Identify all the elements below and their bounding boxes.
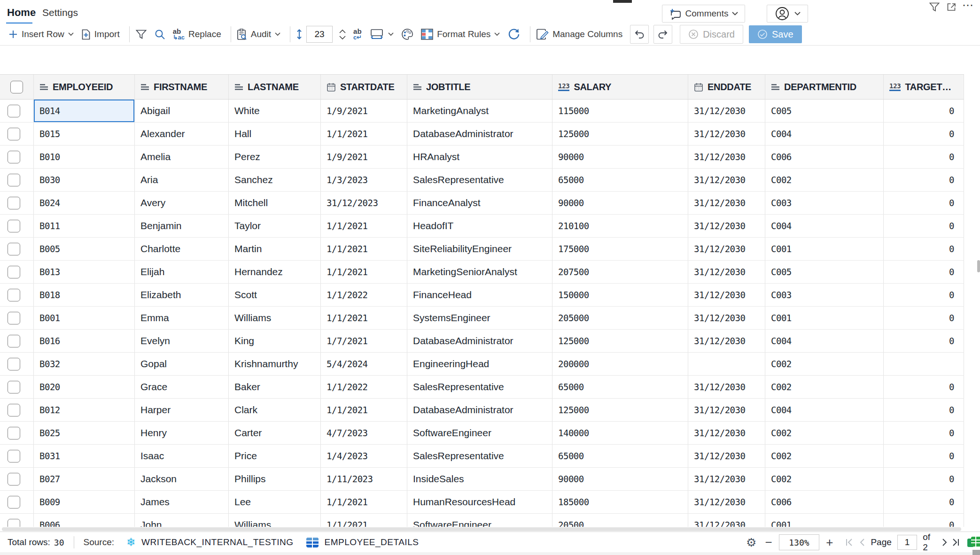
cell[interactable]: FinanceHead	[407, 284, 552, 306]
row-checkbox[interactable]	[8, 128, 20, 140]
cell[interactable]: Jackson	[135, 468, 229, 490]
cell[interactable]: Abigail	[135, 100, 229, 122]
cell[interactable]: 65000	[552, 445, 688, 467]
cell[interactable]: 150000	[552, 284, 688, 306]
cell[interactable]: FinanceAnalyst	[407, 192, 552, 214]
cell[interactable]: MarketingSeniorAnalyst	[407, 261, 552, 283]
cell[interactable]: 0	[884, 376, 964, 398]
cell[interactable]: Grace	[135, 376, 229, 398]
tab-settings[interactable]: Settings	[42, 7, 78, 18]
cell[interactable]: 1/1/2021	[321, 261, 407, 283]
cell[interactable]: 0	[884, 146, 964, 168]
connection-name[interactable]: WRITEBACK_INTERNAL_TESTING	[141, 537, 293, 547]
cell[interactable]	[884, 353, 964, 375]
cell[interactable]: 31/12/2030	[688, 100, 765, 122]
cell[interactable]: 1/1/2022	[321, 284, 407, 306]
column-header-lastname[interactable]: LASTNAME	[229, 75, 321, 99]
cell[interactable]: EngineeringHead	[407, 353, 552, 375]
cell[interactable]: 0	[884, 215, 964, 237]
cell[interactable]: Evelyn	[135, 330, 229, 352]
cell[interactable]: 90000	[552, 468, 688, 490]
cell[interactable]: 31/12/2030	[688, 330, 765, 352]
tab-home[interactable]: Home	[7, 7, 36, 19]
cell[interactable]: HeadofIT	[407, 215, 552, 237]
cell[interactable]: 5/4/2024	[321, 353, 407, 375]
cell[interactable]: 185000	[552, 491, 688, 513]
cell[interactable]: Carter	[229, 422, 321, 444]
cell[interactable]: B011	[34, 215, 135, 237]
wrap-text-button[interactable]: abc↵	[353, 28, 362, 40]
cell[interactable]: 31/12/2030	[688, 514, 765, 527]
cell[interactable]: 210100	[552, 215, 688, 237]
cell[interactable]: B030	[34, 169, 135, 191]
cell[interactable]: C004	[765, 215, 884, 237]
cell[interactable]: C006	[765, 146, 884, 168]
cell[interactable]: 31/12/2030	[688, 491, 765, 513]
cell[interactable]: DatabaseAdministrator	[407, 123, 552, 145]
cell[interactable]: B013	[34, 261, 135, 283]
cell[interactable]: 0	[884, 284, 964, 306]
cell[interactable]: 31/12/2030	[688, 422, 765, 444]
cell[interactable]: 31/12/2030	[688, 307, 765, 329]
cell[interactable]: Mitchell	[229, 192, 321, 214]
cell[interactable]: 65000	[552, 376, 688, 398]
cell[interactable]: B031	[34, 445, 135, 467]
cell[interactable]: 31/12/2030	[688, 376, 765, 398]
cell[interactable]: Elizabeth	[135, 284, 229, 306]
cell[interactable]: C004	[765, 399, 884, 421]
expand-icon[interactable]	[946, 2, 957, 12]
zoom-in-button[interactable]: +	[826, 536, 833, 548]
cell[interactable]: Elijah	[135, 261, 229, 283]
cell[interactable]: Scott	[229, 284, 321, 306]
cell[interactable]: B027	[34, 468, 135, 490]
comments-button[interactable]: Comments	[662, 5, 745, 23]
row-checkbox[interactable]	[8, 220, 20, 232]
cell[interactable]: 1/4/2023	[321, 445, 407, 467]
cell[interactable]: Henry	[135, 422, 229, 444]
horizontal-scrollbar[interactable]	[0, 527, 980, 532]
cell[interactable]: 175000	[552, 238, 688, 260]
cell[interactable]: HumanResourcesHead	[407, 491, 552, 513]
cell[interactable]: C001	[765, 307, 884, 329]
row-checkbox[interactable]	[8, 427, 20, 439]
select-all-checkbox[interactable]	[10, 81, 23, 93]
cell[interactable]: King	[229, 330, 321, 352]
cell[interactable]: 90000	[552, 192, 688, 214]
cell[interactable]: 31/12/2030	[688, 261, 765, 283]
spreadsheet-icon[interactable]	[967, 536, 980, 548]
row-checkbox[interactable]	[8, 519, 20, 527]
cell[interactable]: SalesRepresentative	[407, 169, 552, 191]
cell[interactable]: White	[229, 100, 321, 122]
cell[interactable]: Isaac	[135, 445, 229, 467]
cell[interactable]: Harper	[135, 399, 229, 421]
cell[interactable]: C004	[765, 330, 884, 352]
cell[interactable]: HRAnalyst	[407, 146, 552, 168]
replace-button[interactable]: ab↳ac Replace	[173, 28, 221, 40]
horizontal-scrollbar-thumb[interactable]	[2, 527, 961, 531]
manage-columns-button[interactable]: Manage Columns	[536, 29, 622, 40]
column-header-startdate[interactable]: STARTDATE	[321, 75, 407, 99]
cell[interactable]: 31/12/2030	[688, 192, 765, 214]
cell[interactable]: C005	[765, 261, 884, 283]
column-header-jobtitle[interactable]: JOBTITLE	[407, 75, 552, 99]
source-table-name[interactable]: EMPLOYEE_DETAILS	[324, 537, 419, 547]
column-width-button[interactable]	[369, 29, 394, 40]
row-checkbox[interactable]	[8, 312, 20, 324]
cell[interactable]: B024	[34, 192, 135, 214]
cell[interactable]: 140000	[552, 422, 688, 444]
column-header-target[interactable]: 123TARGET…	[884, 75, 964, 99]
cell[interactable]: Williams	[229, 514, 321, 527]
zoom-out-button[interactable]: −	[765, 536, 772, 548]
column-header-firstname[interactable]: FIRSTNAME	[135, 75, 229, 99]
cell[interactable]	[688, 353, 765, 375]
cell[interactable]: Emma	[135, 307, 229, 329]
cell[interactable]: B009	[34, 491, 135, 513]
cell[interactable]: C001	[765, 514, 884, 527]
cell[interactable]: Gopal	[135, 353, 229, 375]
color-palette-button[interactable]	[401, 28, 413, 40]
cell[interactable]: B014	[34, 100, 135, 122]
cell[interactable]: 90000	[552, 146, 688, 168]
cell[interactable]: 0	[884, 445, 964, 467]
cell[interactable]: 0	[884, 192, 964, 214]
cell[interactable]: 0	[884, 330, 964, 352]
